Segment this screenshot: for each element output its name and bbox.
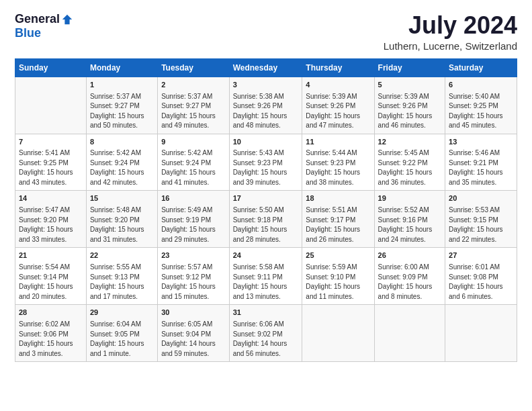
calendar-cell: 23Sunrise: 5:57 AM Sunset: 9:12 PM Dayli… — [158, 248, 229, 305]
calendar-week-row: 21Sunrise: 5:54 AM Sunset: 9:14 PM Dayli… — [15, 248, 517, 305]
month-title: July 2024 — [384, 12, 517, 39]
calendar-cell: 3Sunrise: 5:38 AM Sunset: 9:26 PM Daylig… — [229, 77, 302, 134]
day-number: 23 — [161, 250, 225, 261]
day-number: 16 — [161, 193, 225, 204]
calendar-cell: 9Sunrise: 5:42 AM Sunset: 9:24 PM Daylig… — [158, 134, 229, 191]
calendar-cell: 24Sunrise: 5:58 AM Sunset: 9:11 PM Dayli… — [229, 248, 302, 305]
calendar-week-row: 7Sunrise: 5:41 AM Sunset: 9:25 PM Daylig… — [15, 134, 517, 191]
calendar-cell — [374, 305, 445, 362]
weekday-header: Sunday — [15, 58, 87, 77]
day-number: 17 — [233, 193, 299, 204]
day-number: 1 — [90, 80, 154, 91]
calendar-week-row: 14Sunrise: 5:47 AM Sunset: 9:20 PM Dayli… — [15, 191, 517, 248]
weekday-header: Friday — [374, 58, 445, 77]
day-info: Sunrise: 5:55 AM Sunset: 9:13 PM Dayligh… — [90, 263, 154, 302]
location: Luthern, Lucerne, Switzerland — [384, 40, 517, 52]
day-info: Sunrise: 5:54 AM Sunset: 9:14 PM Dayligh… — [19, 263, 83, 302]
day-info: Sunrise: 5:59 AM Sunset: 9:10 PM Dayligh… — [306, 263, 370, 302]
day-number: 10 — [233, 137, 299, 148]
day-info: Sunrise: 5:40 AM Sunset: 9:25 PM Dayligh… — [449, 92, 513, 131]
day-number: 31 — [233, 308, 299, 318]
calendar-cell: 19Sunrise: 5:52 AM Sunset: 9:16 PM Dayli… — [374, 191, 445, 248]
day-number: 8 — [90, 137, 154, 148]
day-info: Sunrise: 6:01 AM Sunset: 9:08 PM Dayligh… — [449, 263, 513, 302]
day-number: 3 — [233, 80, 299, 91]
day-info: Sunrise: 5:43 AM Sunset: 9:23 PM Dayligh… — [233, 148, 299, 187]
calendar-cell: 28Sunrise: 6:02 AM Sunset: 9:06 PM Dayli… — [15, 305, 87, 362]
calendar-cell: 29Sunrise: 6:04 AM Sunset: 9:05 PM Dayli… — [86, 305, 157, 362]
calendar-cell: 15Sunrise: 5:48 AM Sunset: 9:20 PM Dayli… — [86, 191, 157, 248]
day-info: Sunrise: 5:47 AM Sunset: 9:20 PM Dayligh… — [19, 205, 83, 244]
day-number: 12 — [378, 137, 441, 148]
day-number: 13 — [449, 137, 513, 148]
weekday-header: Thursday — [302, 58, 374, 77]
calendar-cell: 14Sunrise: 5:47 AM Sunset: 9:20 PM Dayli… — [15, 191, 87, 248]
calendar-cell — [302, 305, 374, 362]
day-info: Sunrise: 5:39 AM Sunset: 9:26 PM Dayligh… — [378, 92, 441, 131]
day-number: 24 — [233, 250, 299, 261]
day-number: 26 — [378, 250, 441, 261]
svg-marker-0 — [62, 14, 72, 24]
calendar-cell: 5Sunrise: 5:39 AM Sunset: 9:26 PM Daylig… — [374, 77, 445, 134]
day-info: Sunrise: 6:06 AM Sunset: 9:02 PM Dayligh… — [233, 320, 299, 359]
day-number: 30 — [161, 308, 225, 318]
day-info: Sunrise: 5:41 AM Sunset: 9:25 PM Dayligh… — [19, 148, 83, 187]
day-info: Sunrise: 5:49 AM Sunset: 9:19 PM Dayligh… — [161, 205, 225, 244]
day-number: 9 — [161, 137, 225, 148]
calendar-table: SundayMondayTuesdayWednesdayThursdayFrid… — [15, 58, 517, 363]
day-number: 25 — [306, 250, 370, 261]
day-number: 4 — [306, 80, 370, 91]
day-info: Sunrise: 5:44 AM Sunset: 9:23 PM Dayligh… — [306, 148, 370, 187]
day-number: 11 — [306, 137, 370, 148]
day-info: Sunrise: 6:02 AM Sunset: 9:06 PM Dayligh… — [19, 320, 83, 359]
day-info: Sunrise: 5:42 AM Sunset: 9:24 PM Dayligh… — [161, 148, 225, 187]
day-number: 29 — [90, 308, 154, 318]
calendar-header-row: SundayMondayTuesdayWednesdayThursdayFrid… — [15, 58, 517, 77]
calendar-cell: 10Sunrise: 5:43 AM Sunset: 9:23 PM Dayli… — [229, 134, 302, 191]
day-info: Sunrise: 5:37 AM Sunset: 9:27 PM Dayligh… — [161, 92, 225, 131]
header-right: July 2024 Luthern, Lucerne, Switzerland — [384, 12, 517, 52]
day-info: Sunrise: 5:52 AM Sunset: 9:16 PM Dayligh… — [378, 205, 441, 244]
day-info: Sunrise: 5:50 AM Sunset: 9:18 PM Dayligh… — [233, 205, 299, 244]
calendar-cell: 25Sunrise: 5:59 AM Sunset: 9:10 PM Dayli… — [302, 248, 374, 305]
calendar-cell: 2Sunrise: 5:37 AM Sunset: 9:27 PM Daylig… — [158, 77, 229, 134]
weekday-header: Monday — [86, 58, 157, 77]
calendar-cell: 18Sunrise: 5:51 AM Sunset: 9:17 PM Dayli… — [302, 191, 374, 248]
calendar-cell: 27Sunrise: 6:01 AM Sunset: 9:08 PM Dayli… — [445, 248, 517, 305]
calendar-cell: 20Sunrise: 5:53 AM Sunset: 9:15 PM Dayli… — [445, 191, 517, 248]
calendar-cell: 8Sunrise: 5:42 AM Sunset: 9:24 PM Daylig… — [86, 134, 157, 191]
calendar-cell: 30Sunrise: 6:05 AM Sunset: 9:04 PM Dayli… — [158, 305, 229, 362]
day-info: Sunrise: 5:51 AM Sunset: 9:17 PM Dayligh… — [306, 205, 370, 244]
day-number: 7 — [19, 137, 83, 148]
day-info: Sunrise: 5:57 AM Sunset: 9:12 PM Dayligh… — [161, 263, 225, 302]
day-info: Sunrise: 5:38 AM Sunset: 9:26 PM Dayligh… — [233, 92, 299, 131]
logo-icon — [61, 13, 73, 26]
day-number: 20 — [449, 193, 513, 204]
calendar-cell: 22Sunrise: 5:55 AM Sunset: 9:13 PM Dayli… — [86, 248, 157, 305]
day-number: 19 — [378, 193, 441, 204]
calendar-cell: 13Sunrise: 5:46 AM Sunset: 9:21 PM Dayli… — [445, 134, 517, 191]
logo-general-text: General — [15, 12, 60, 26]
day-number: 28 — [19, 308, 83, 318]
day-number: 27 — [449, 250, 513, 261]
day-info: Sunrise: 5:39 AM Sunset: 9:26 PM Dayligh… — [306, 92, 370, 131]
logo: General Blue — [15, 12, 73, 40]
calendar-week-row: 1Sunrise: 5:37 AM Sunset: 9:27 PM Daylig… — [15, 77, 517, 134]
day-number: 21 — [19, 250, 83, 261]
calendar-cell: 21Sunrise: 5:54 AM Sunset: 9:14 PM Dayli… — [15, 248, 87, 305]
day-info: Sunrise: 6:00 AM Sunset: 9:09 PM Dayligh… — [378, 263, 441, 302]
calendar-cell: 11Sunrise: 5:44 AM Sunset: 9:23 PM Dayli… — [302, 134, 374, 191]
calendar-cell: 6Sunrise: 5:40 AM Sunset: 9:25 PM Daylig… — [445, 77, 517, 134]
calendar-cell: 7Sunrise: 5:41 AM Sunset: 9:25 PM Daylig… — [15, 134, 87, 191]
page: General Blue July 2024 Luthern, Lucerne,… — [0, 0, 532, 411]
day-info: Sunrise: 5:58 AM Sunset: 9:11 PM Dayligh… — [233, 263, 299, 302]
calendar-cell: 31Sunrise: 6:06 AM Sunset: 9:02 PM Dayli… — [229, 305, 302, 362]
day-number: 14 — [19, 193, 83, 204]
calendar-week-row: 28Sunrise: 6:02 AM Sunset: 9:06 PM Dayli… — [15, 305, 517, 362]
day-info: Sunrise: 5:42 AM Sunset: 9:24 PM Dayligh… — [90, 148, 154, 187]
day-number: 15 — [90, 193, 154, 204]
calendar-cell: 12Sunrise: 5:45 AM Sunset: 9:22 PM Dayli… — [374, 134, 445, 191]
day-info: Sunrise: 5:53 AM Sunset: 9:15 PM Dayligh… — [449, 205, 513, 244]
calendar-cell: 4Sunrise: 5:39 AM Sunset: 9:26 PM Daylig… — [302, 77, 374, 134]
day-number: 6 — [449, 80, 513, 91]
